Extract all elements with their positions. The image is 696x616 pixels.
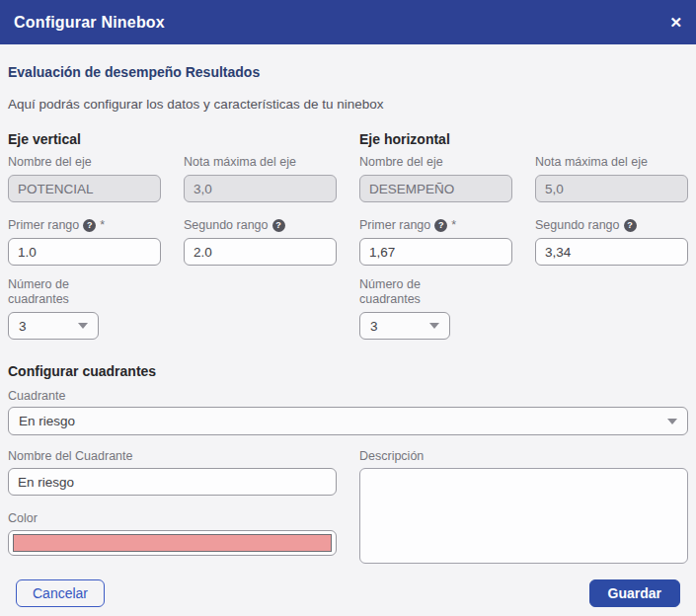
quadrant-name-input[interactable] — [8, 468, 337, 496]
required-marker: * — [451, 218, 456, 233]
quadrant-select[interactable]: En riesgo — [8, 407, 688, 435]
vertical-axis-heading: Eje vertical — [8, 131, 337, 147]
vertical-quadrants-label: Número de cuadrantes — [8, 277, 99, 307]
vertical-second-range-field: Segundo rango ? — [184, 218, 337, 266]
configure-ninebox-modal: Configurar Ninebox ✕ Evaluación de desem… — [0, 0, 696, 616]
help-icon[interactable]: ? — [434, 219, 447, 232]
help-icon[interactable]: ? — [272, 219, 285, 232]
horizontal-max-score-field: Nota máxima del eje — [535, 155, 688, 202]
horizontal-max-score-input — [535, 175, 688, 202]
horizontal-axis-heading: Eje horizontal — [359, 131, 688, 147]
horizontal-quadrants-select[interactable]: 3 — [359, 312, 450, 340]
horizontal-second-range-input[interactable] — [535, 238, 688, 266]
modal-header: Configurar Ninebox ✕ — [0, 0, 696, 44]
vertical-quadrants-value: 3 — [19, 319, 27, 334]
vertical-max-score-field: Nota máxima del eje — [184, 155, 337, 202]
horizontal-second-range-field: Segundo rango ? — [535, 218, 688, 266]
horizontal-axis-name-label: Nombre del eje — [359, 155, 512, 170]
axes-section: Eje vertical Eje horizontal Nombre del e… — [8, 131, 688, 340]
horizontal-axis-name-field: Nombre del eje — [359, 155, 512, 202]
modal-title: Configurar Ninebox — [14, 14, 165, 32]
quadrant-select-value: En riesgo — [19, 414, 75, 428]
vertical-second-range-label: Segundo rango — [184, 218, 269, 233]
horizontal-first-range-input[interactable] — [359, 238, 512, 266]
vertical-max-score-input — [184, 175, 337, 202]
vertical-first-range-input[interactable] — [8, 238, 161, 266]
chevron-down-icon — [667, 419, 677, 424]
evaluation-subtitle: Evaluación de desempeño Resultados — [8, 64, 688, 80]
vertical-first-range-label: Primer rango — [8, 218, 79, 233]
horizontal-quadrants-value: 3 — [370, 319, 378, 334]
description-textarea[interactable] — [359, 468, 688, 564]
horizontal-max-score-label: Nota máxima del eje — [535, 155, 688, 170]
vertical-quadrants-select[interactable]: 3 — [8, 312, 99, 340]
color-swatch — [13, 534, 332, 552]
modal-body: Evaluación de desempeño Resultados Aquí … — [0, 64, 696, 607]
save-button[interactable]: Guardar — [589, 579, 680, 607]
vertical-first-range-field: Primer rango ? * — [8, 218, 161, 266]
modal-footer: Cancelar Guardar — [8, 579, 688, 607]
cancel-button[interactable]: Cancelar — [16, 579, 105, 607]
chevron-down-icon — [78, 323, 88, 329]
vertical-axis-name-label: Nombre del eje — [8, 155, 161, 170]
vertical-quadrants-field: Número de cuadrantes 3 — [8, 277, 161, 340]
modal-description: Aquí podrás configurar los datos y carac… — [8, 97, 688, 112]
color-label: Color — [8, 511, 337, 525]
quadrant-name-label: Nombre del Cuadrante — [8, 449, 337, 463]
configure-quadrants-heading: Configurar cuadrantes — [8, 363, 688, 379]
color-input[interactable] — [8, 530, 337, 556]
help-icon[interactable]: ? — [83, 219, 96, 232]
help-icon[interactable]: ? — [624, 219, 637, 232]
vertical-axis-name-input — [8, 175, 161, 202]
horizontal-quadrants-field: Número de cuadrantes 3 — [359, 277, 512, 340]
close-icon[interactable]: ✕ — [669, 15, 682, 30]
quadrant-select-label: Cuadrante — [8, 389, 688, 403]
vertical-max-score-label: Nota máxima del eje — [184, 155, 337, 170]
description-label: Descripción — [359, 449, 688, 463]
quadrant-detail-section: Nombre del Cuadrante Color Descripción — [8, 449, 688, 568]
chevron-down-icon — [429, 323, 439, 329]
horizontal-first-range-label: Primer rango — [359, 218, 430, 233]
horizontal-first-range-field: Primer rango ? * — [359, 218, 512, 266]
horizontal-axis-name-input — [359, 175, 512, 202]
horizontal-quadrants-label: Número de cuadrantes — [359, 277, 450, 307]
required-marker: * — [100, 218, 105, 233]
horizontal-second-range-label: Segundo rango — [535, 218, 620, 233]
vertical-second-range-input[interactable] — [184, 238, 337, 266]
vertical-axis-name-field: Nombre del eje — [8, 155, 161, 202]
